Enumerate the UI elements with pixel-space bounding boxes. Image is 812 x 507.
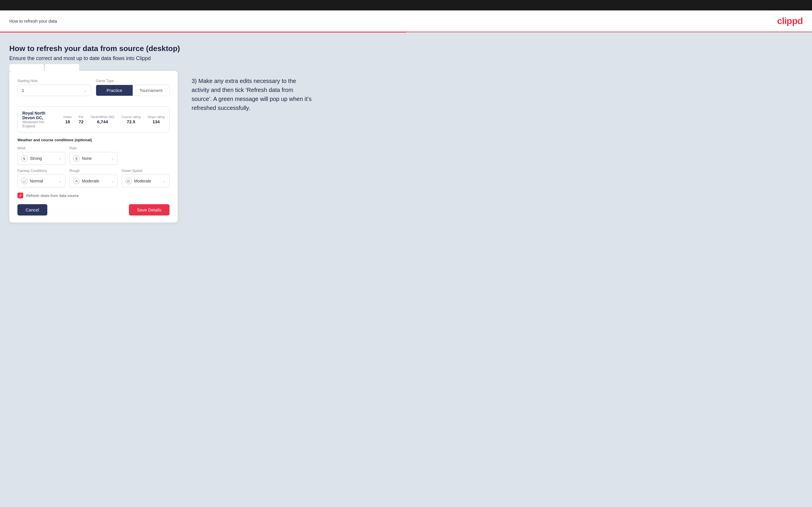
par-value: 72 <box>79 119 84 124</box>
course-stats: Holes 18 Par 72 Yards/White (M)) 6,744 C… <box>63 115 165 124</box>
content-row: Starting Hole 1 ⌄ Game Type Practice Tou… <box>9 71 803 222</box>
right-panel: 3) Make any extra edits necessary to the… <box>192 71 803 113</box>
course-rating-stat: Course rating 72.5 <box>121 115 141 124</box>
header: How to refresh your data clippd <box>0 10 812 32</box>
main-content: How to refresh your data from source (de… <box>0 33 812 507</box>
game-type-toggle: Practice Tournament <box>96 85 169 96</box>
green-speed-chevron: ⌄ <box>163 179 166 183</box>
game-type-section: Game Type Practice Tournament <box>96 79 169 96</box>
rough-select[interactable]: Moderate ⌄ <box>69 175 117 187</box>
slope-rating-stat: Slope rating 134 <box>148 115 165 124</box>
practice-btn[interactable]: Practice <box>96 85 133 96</box>
slope-rating-label: Slope rating <box>148 115 165 119</box>
fairway-label: Fairway Conditions <box>17 169 65 173</box>
rain-select-left: None <box>73 155 92 162</box>
holes-stat: Holes 18 <box>63 115 72 124</box>
refresh-checkbox[interactable]: ✓ <box>17 192 23 199</box>
logo: clippd <box>777 16 803 26</box>
page-heading: How to refresh your data from source (de… <box>9 44 803 53</box>
yards-label: Yards/White (M)) <box>91 115 114 119</box>
rough-label: Rough <box>69 169 117 173</box>
edit-card: Starting Hole 1 ⌄ Game Type Practice Tou… <box>9 71 178 222</box>
rough-icon <box>73 178 80 184</box>
green-speed-icon <box>125 178 132 184</box>
green-speed-field: Green Speed Moderate <box>122 169 169 187</box>
green-speed-select[interactable]: Moderate ⌄ <box>122 175 169 187</box>
wind-icon <box>21 155 28 162</box>
rough-value: Moderate <box>82 179 99 183</box>
svg-point-0 <box>76 157 77 159</box>
starting-hole-chevron: ⌄ <box>84 89 87 93</box>
fairway-select-left: Normal <box>21 178 43 184</box>
par-label: Par <box>79 115 84 119</box>
starting-hole-select[interactable]: 1 ⌄ <box>17 85 91 96</box>
rain-icon <box>73 155 80 162</box>
holes-value: 18 <box>63 119 72 124</box>
course-info: Royal North Devon GC, Westward Ho!, Engl… <box>22 111 59 128</box>
instruction-text: 3) Make any extra edits necessary to the… <box>192 76 313 113</box>
tournament-btn[interactable]: Tournament <box>133 85 169 96</box>
fairway-field: Fairway Conditions Normal ⌄ <box>17 169 65 187</box>
card-tab-2 <box>45 64 80 71</box>
cancel-button[interactable]: Cancel <box>17 204 47 216</box>
wind-value: Strong <box>30 156 42 161</box>
fairway-value: Normal <box>30 179 43 183</box>
rain-select[interactable]: None ⌄ <box>69 152 117 165</box>
rain-value: None <box>82 156 92 161</box>
green-speed-value: Moderate <box>134 179 151 183</box>
card-tab-1 <box>9 64 44 71</box>
course-rating-value: 72.5 <box>121 119 141 124</box>
save-button[interactable]: Save Details <box>129 204 169 216</box>
par-stat: Par 72 <box>79 115 84 124</box>
card-tabs-hint <box>9 64 80 71</box>
green-speed-label: Green Speed <box>122 169 169 173</box>
starting-hole-value: 1 <box>22 88 24 93</box>
refresh-label: Refresh shots from data source <box>26 193 79 198</box>
wind-label: Wind <box>17 146 65 150</box>
top-fields-row: Starting Hole 1 ⌄ Game Type Practice Tou… <box>17 79 169 101</box>
wind-field: Wind Strong ⌄ <box>17 146 65 165</box>
fairway-rough-green-row: Fairway Conditions Normal ⌄ <box>17 169 169 187</box>
rough-select-left: Moderate <box>73 178 99 184</box>
green-speed-select-left: Moderate <box>125 178 151 184</box>
slope-rating-value: 134 <box>148 119 165 124</box>
course-location: Westward Ho!, England <box>22 120 59 128</box>
rain-label: Rain <box>69 146 117 150</box>
yards-value: 6,744 <box>91 119 114 124</box>
wind-chevron: ⌄ <box>59 156 61 160</box>
course-rating-label: Course rating <box>121 115 141 119</box>
page-subheading: Ensure the correct and most up to date d… <box>9 55 803 61</box>
starting-hole-label: Starting Hole <box>17 79 91 83</box>
refresh-row: ✓ Refresh shots from data source <box>17 192 169 199</box>
game-type-label: Game Type <box>96 79 169 83</box>
starting-hole-section: Starting Hole 1 ⌄ <box>17 79 91 96</box>
header-title: How to refresh your data <box>9 18 57 23</box>
rain-chevron: ⌄ <box>111 156 114 160</box>
top-bar <box>0 0 812 10</box>
fairway-chevron: ⌄ <box>59 179 61 183</box>
yards-stat: Yards/White (M)) 6,744 <box>91 115 114 124</box>
holes-label: Holes <box>63 115 72 119</box>
course-name: Royal North Devon GC, <box>22 111 59 120</box>
wind-select[interactable]: Strong ⌄ <box>17 152 65 165</box>
fairway-icon <box>21 178 28 184</box>
checkmark-icon: ✓ <box>19 194 22 198</box>
rough-chevron: ⌄ <box>111 179 114 183</box>
buttons-row: Cancel Save Details <box>17 204 169 216</box>
fairway-select[interactable]: Normal ⌄ <box>17 175 65 187</box>
course-row: Royal North Devon GC, Westward Ho!, Engl… <box>17 106 169 132</box>
wind-rain-row: Wind Strong ⌄ <box>17 146 169 165</box>
wind-select-left: Strong <box>21 155 42 162</box>
rain-field: Rain None ⌄ <box>69 146 117 165</box>
rough-field: Rough Moderate ⌄ <box>69 169 117 187</box>
conditions-heading: Weather and course conditions (optional) <box>17 138 169 142</box>
